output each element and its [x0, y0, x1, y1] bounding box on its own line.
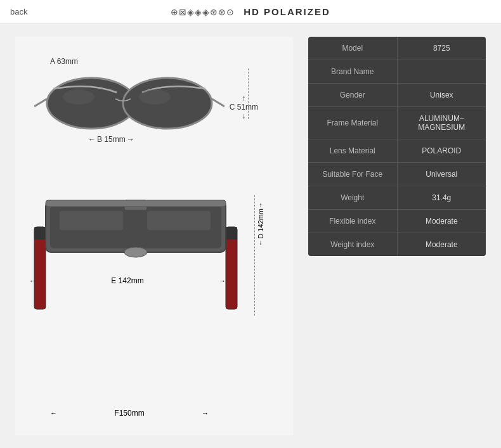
spec-value: 8725	[397, 37, 486, 60]
spec-row: Gender Unisex	[308, 84, 486, 107]
spec-value	[397, 60, 486, 84]
spec-value: Moderate	[397, 233, 486, 257]
svg-point-5	[63, 89, 94, 105]
spec-value: 31.4g	[397, 186, 486, 210]
svg-line-3	[34, 99, 47, 106]
spec-value: Moderate	[397, 210, 486, 233]
svg-line-4	[212, 99, 224, 106]
svg-rect-8	[34, 227, 46, 240]
dim-c-label: ↑ C 51mm ↓	[230, 94, 258, 120]
spec-row: Weight index Moderate	[308, 233, 486, 257]
content-area: A 63mm	[0, 24, 501, 448]
spec-label: Weight index	[308, 233, 397, 257]
spec-value: POLAROID	[397, 139, 486, 163]
header: back ⊕⊠◈◈◈⊛⊛⊙ HD POLARIZED	[0, 0, 501, 24]
dim-f-label: ← F150mm →	[50, 409, 209, 418]
spec-label: Gender	[308, 84, 397, 107]
back-button[interactable]: back	[10, 7, 27, 16]
spec-label: Suitable For Face	[308, 163, 397, 186]
spec-row: Suitable For Face Universal	[308, 163, 486, 186]
spec-row: Model 8725	[308, 37, 486, 60]
dim-b-label: ←B 15mm→	[88, 135, 134, 144]
spec-value: Universal	[397, 163, 486, 186]
spec-label: Brand Name	[308, 60, 397, 84]
svg-rect-17	[147, 211, 211, 230]
spec-label: Frame Material	[308, 107, 397, 139]
svg-point-6	[139, 89, 171, 105]
svg-point-15	[124, 247, 147, 257]
spec-row: Lens Material POLAROID	[308, 139, 486, 163]
glasses-top-view	[34, 68, 224, 144]
brand-icons: ⊕⊠◈◈◈⊛⊛⊙	[171, 7, 235, 17]
svg-rect-16	[60, 211, 123, 230]
specs-panel: Model 8725 Brand Name Gender Unisex Fram…	[308, 37, 486, 435]
page-title: HD POLARIZED	[244, 6, 330, 17]
spec-row: Flexible index Moderate	[308, 210, 486, 233]
spec-row: Frame Material ALUMINUM–MAGNESIUM	[308, 107, 486, 139]
dim-d-line	[254, 195, 255, 316]
svg-rect-14	[46, 200, 226, 207]
spec-value: Unisex	[397, 84, 486, 107]
spec-label: Flexible index	[308, 210, 397, 233]
spec-row: Brand Name	[308, 60, 486, 84]
dim-d-label: ↑ D 142mm ↓	[257, 202, 264, 246]
spec-label: Lens Material	[308, 139, 397, 163]
dim-e-arrows: ← E 142mm →	[29, 276, 226, 285]
dim-c-line	[248, 68, 249, 119]
spec-value: ALUMINUM–MAGNESIUM	[397, 107, 486, 139]
svg-rect-10	[226, 227, 237, 240]
svg-point-2	[123, 78, 212, 129]
main-container: back ⊕⊠◈◈◈⊛⊛⊙ HD POLARIZED A 63mm	[0, 0, 501, 448]
diagram-panel: A 63mm	[15, 37, 293, 435]
spec-label: Model	[308, 37, 397, 60]
glasses-bottom-view	[28, 189, 231, 316]
spec-label: Weight	[308, 186, 397, 210]
spec-row: Weight 31.4g	[308, 186, 486, 210]
diagram-area: A 63mm	[15, 37, 293, 435]
specs-table: Model 8725 Brand Name Gender Unisex Fram…	[308, 37, 486, 256]
dim-a-label: A 63mm	[50, 57, 78, 66]
